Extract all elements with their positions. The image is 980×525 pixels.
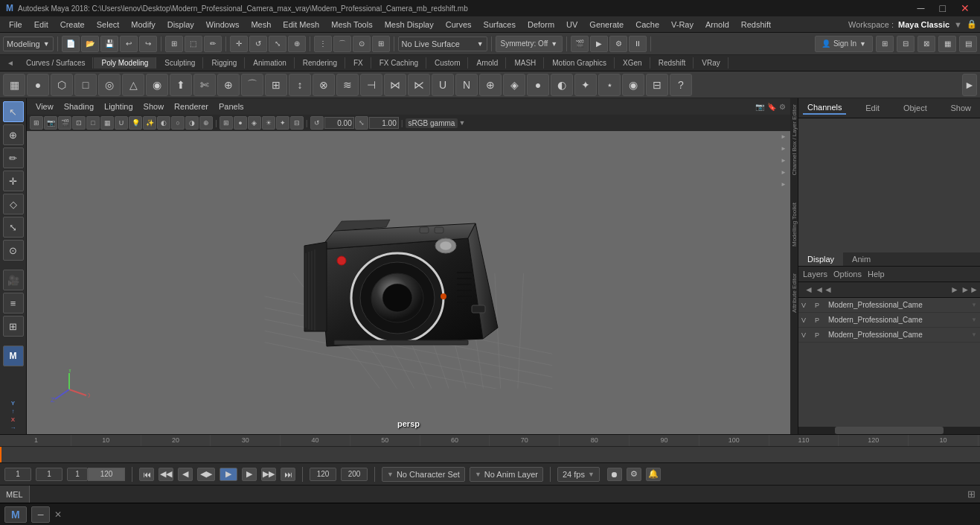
menu-mesh-display[interactable]: Mesh Display <box>379 19 440 31</box>
vt-gi-btn[interactable]: ✦ <box>276 116 289 130</box>
vt-fx-btn[interactable]: ✨ <box>143 116 156 130</box>
menu-arnold[interactable]: Arnold <box>699 19 735 31</box>
shelf-icon-1[interactable]: ▦ <box>3 74 25 96</box>
shelf-tab-custom[interactable]: Custom <box>427 57 468 69</box>
playhead[interactable] <box>0 447 1 462</box>
auto-key-btn[interactable]: ⏺ <box>607 468 622 481</box>
vt-shadow-btn[interactable]: ◑ <box>185 116 199 130</box>
maya-logo-btn[interactable]: M <box>3 346 24 366</box>
menu-file[interactable]: File <box>3 19 28 31</box>
menu-cache[interactable]: Cache <box>630 19 665 31</box>
new-file-btn[interactable]: 📄 <box>62 36 80 52</box>
shelf-icon-16[interactable]: ⊣ <box>360 74 382 96</box>
shelf-icon-11[interactable]: ⌒ <box>241 74 263 96</box>
layout-btn-1[interactable]: ⊞ <box>876 36 894 52</box>
close-taskbar-btn[interactable]: ─ <box>31 506 51 523</box>
shelf-tab-rendering[interactable]: Rendering <box>295 57 345 69</box>
anim-tab[interactable]: Anim <box>843 252 880 266</box>
shelf-icon-19[interactable]: U <box>432 74 454 96</box>
vt-scale-btn[interactable]: ⤡ <box>355 116 368 130</box>
frame-range-start-input[interactable] <box>67 468 88 481</box>
universal-mode-btn[interactable]: ⊙ <box>3 240 24 261</box>
timeline-playbar[interactable] <box>0 447 980 462</box>
shelf-icon-15[interactable]: ≋ <box>336 74 359 96</box>
select-tool-btn[interactable]: ⊞ <box>165 36 183 52</box>
vt-display-btn[interactable]: ◐ <box>157 116 170 130</box>
attribute-editor-label[interactable]: Attribute Editor <box>790 267 798 319</box>
scale-mode-btn[interactable]: ⤡ <box>3 217 24 238</box>
layout-btn-4[interactable]: ▦ <box>938 36 956 52</box>
snap-curve-btn[interactable]: ⌒ <box>333 36 351 52</box>
shelf-icon-17[interactable]: ⋈ <box>384 74 406 96</box>
render-region-btn[interactable]: ⊞ <box>3 316 24 337</box>
shelf-icon-26[interactable]: ⋆ <box>598 74 621 96</box>
vt-grid2-btn[interactable]: ▦ <box>100 116 114 130</box>
ipr-btn[interactable]: ▶ <box>590 36 608 52</box>
layers-menu[interactable]: Layers <box>803 270 827 279</box>
shelf-scroll-right-btn[interactable]: ► <box>962 74 977 96</box>
shelf-tab-fxcaching[interactable]: FX Caching <box>372 57 426 69</box>
skip-to-end-btn[interactable]: ⏭ <box>281 468 295 481</box>
rotate-mode-btn[interactable]: ◇ <box>3 194 24 214</box>
object-tab[interactable]: Object <box>899 102 932 114</box>
vt-grid-btn[interactable]: ⊞ <box>30 116 43 130</box>
universal-manip-btn[interactable]: ⊕ <box>288 36 306 52</box>
menu-generate[interactable]: Generate <box>583 19 630 31</box>
vt-smooth-btn[interactable]: ● <box>234 116 247 130</box>
menu-modify[interactable]: Modify <box>125 19 161 31</box>
menu-create[interactable]: Create <box>54 19 91 31</box>
shelf-tab-sculpting[interactable]: Sculpting <box>157 57 203 69</box>
vr-icon-4[interactable]: ► <box>778 167 789 177</box>
layer-v-3[interactable]: V <box>801 331 812 339</box>
layer-prev-btn[interactable]: ◄ <box>803 284 815 296</box>
sign-in-btn[interactable]: 👤 Sign In ▼ <box>815 36 873 52</box>
srgb-label[interactable]: sRGB gamma <box>406 118 458 128</box>
maximize-btn[interactable]: □ <box>935 2 950 14</box>
view-menu[interactable]: View <box>31 101 58 112</box>
shelf-icon-29[interactable]: ? <box>670 74 692 96</box>
lasso-mode-btn[interactable]: ✏ <box>3 147 24 168</box>
vt-uv-btn[interactable]: U <box>115 116 128 130</box>
shelf-icon-7[interactable]: ◉ <box>146 74 168 96</box>
shelf-tab-poly[interactable]: Poly Modeling <box>94 57 156 69</box>
timeline-ruler[interactable]: 1 10 20 30 40 50 60 70 80 90 100 110 120… <box>0 435 980 447</box>
fps-dropdown[interactable]: 24 fps ▼ <box>557 467 600 482</box>
vt-textured-btn[interactable]: ◈ <box>248 116 261 130</box>
char-set-dropdown[interactable]: ▼ No Character Set <box>382 467 465 482</box>
playback-slider[interactable]: 120 <box>88 468 125 481</box>
vr-icon-1[interactable]: ► <box>778 131 789 141</box>
vt-film-btn[interactable]: 🎬 <box>58 116 71 130</box>
move-tool-btn[interactable]: ✛ <box>230 36 248 52</box>
render-btn[interactable]: 🎬 <box>571 36 589 52</box>
menu-curves[interactable]: Curves <box>440 19 478 31</box>
layer-prev2-btn[interactable]: ◄◄ <box>818 284 830 296</box>
renderer-menu[interactable]: Renderer <box>170 101 213 112</box>
maya-taskbar-btn[interactable]: M <box>4 506 27 523</box>
snap-view-btn[interactable]: ⊞ <box>372 36 390 52</box>
panels-menu[interactable]: Panels <box>214 101 249 112</box>
shelf-tab-xgen[interactable]: XGen <box>615 57 650 69</box>
vt-val2-input[interactable] <box>369 117 399 129</box>
sound-btn[interactable]: 🔔 <box>646 468 661 481</box>
shelf-tab-redshift[interactable]: Redshift <box>651 57 694 69</box>
layout-btn-3[interactable]: ⊠ <box>917 36 935 52</box>
shelf-tab-mash[interactable]: MASH <box>507 57 544 69</box>
shelf-icon-13[interactable]: ↕ <box>289 74 311 96</box>
channels-tab[interactable]: Channels <box>803 101 846 115</box>
layer-next-btn[interactable]: ►► <box>964 284 976 296</box>
layer-v-1[interactable]: V <box>801 302 812 309</box>
scale-tool-btn[interactable]: ⤡ <box>269 36 286 52</box>
menu-windows[interactable]: Windows <box>200 19 246 31</box>
shelf-icon-2[interactable]: ● <box>27 74 49 96</box>
vt-rotate-btn[interactable]: ↺ <box>310 116 324 130</box>
menu-surfaces[interactable]: Surfaces <box>478 19 522 31</box>
shelf-icon-3[interactable]: ⬡ <box>51 74 73 96</box>
play-back-btn[interactable]: ◀▶ <box>197 468 215 481</box>
menu-deform[interactable]: Deform <box>522 19 560 31</box>
display-settings-btn[interactable]: ⚙ <box>609 36 627 52</box>
vr-icon-5[interactable]: ► <box>778 179 789 189</box>
lighting-menu[interactable]: Lighting <box>100 101 138 112</box>
undo-btn[interactable]: ↩ <box>120 36 138 52</box>
live-surface-dropdown[interactable]: No Live Surface ▼ <box>398 36 487 51</box>
move-mode-btn[interactable]: ✛ <box>3 171 24 191</box>
